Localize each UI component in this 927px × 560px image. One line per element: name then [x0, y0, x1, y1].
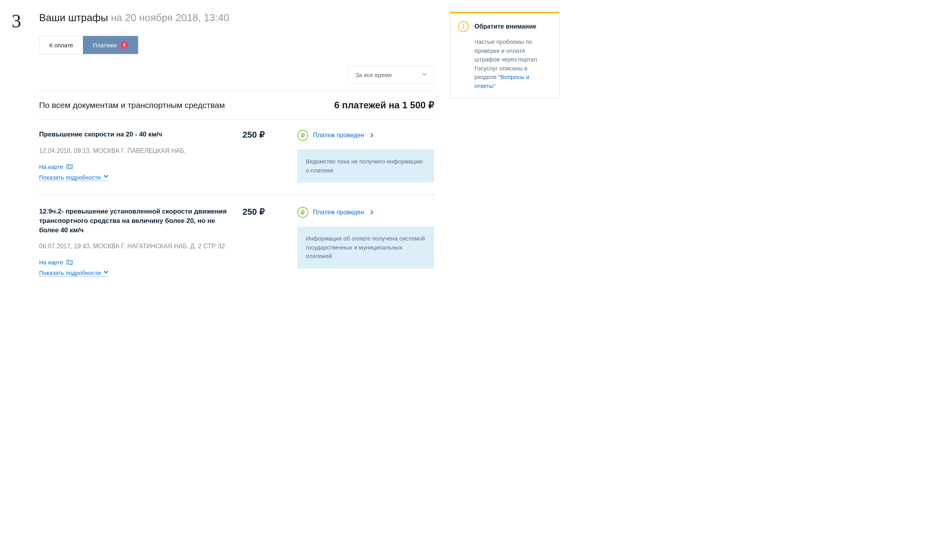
notice-title: Обратите внимание	[474, 23, 536, 30]
details-link[interactable]: Показать подробности	[39, 174, 108, 181]
chevron-down-icon	[104, 271, 108, 275]
tab-label: Платежи	[93, 42, 117, 48]
fine-meta: 06.07.2017, 19:43, МОСКВА Г. НАГАТИНСКАЯ…	[39, 242, 231, 251]
map-link-label: На карте	[39, 259, 63, 266]
fine-item: Превышение скорости на 20 - 40 км/ч 12.0…	[39, 130, 434, 194]
sidebar: ! Обратите внимание Частые проблемы по п…	[450, 12, 559, 288]
ruble-icon: ₽	[297, 207, 308, 218]
tab-label: К оплате	[49, 42, 73, 48]
notice-panel: ! Обратите внимание Частые проблемы по п…	[450, 12, 559, 99]
main-content: Ваши штрафы на 20 ноября 2018, 13:40 К о…	[39, 12, 434, 288]
map-link[interactable]: На карте	[39, 163, 231, 170]
fine-amount: 250 ₽	[243, 130, 286, 140]
tab-to-pay[interactable]: К оплате	[40, 36, 83, 54]
summary-amount: 1 500 ₽	[402, 100, 434, 110]
ruble-icon: ₽	[297, 130, 308, 141]
fine-amount: 250 ₽	[243, 207, 286, 217]
summary-count: 6 платежей на	[334, 100, 399, 110]
status-label: Платеж проведен	[313, 209, 364, 216]
title-text: Ваши штрафы	[39, 12, 108, 23]
map-icon	[66, 260, 73, 265]
chevron-down-icon	[422, 73, 427, 77]
page-title: Ваши штрафы на 20 ноября 2018, 13:40	[39, 12, 434, 24]
fine-title: 12.9ч.2- превышение установленной скорос…	[39, 207, 231, 235]
summary-total: 6 платежей на 1 500 ₽	[334, 100, 434, 111]
tab-badge: 6	[120, 41, 128, 49]
summary-row: По всем документам и транспортным средст…	[39, 91, 434, 120]
fine-item: 12.9ч.2- превышение установленной скорос…	[39, 194, 434, 288]
tabs: К оплате Платежи 6	[39, 36, 138, 54]
map-link-label: На карте	[39, 163, 63, 170]
fine-title: Превышение скорости на 20 - 40 км/ч	[39, 130, 231, 139]
details-link-label: Показать подробности	[39, 269, 101, 276]
details-link[interactable]: Показать подробности	[39, 269, 108, 276]
summary-description: По всем документам и транспортным средст…	[39, 101, 225, 110]
payment-status-link[interactable]: ₽ Платеж проведен	[297, 207, 434, 218]
payment-info-box: Ведомство пока не получило информацию о …	[297, 149, 434, 183]
fine-meta: 12.04.2018, 09:13, МОСКВА Г. ПАВЕЛЕЦКАЯ …	[39, 146, 231, 156]
notice-text: Частые проблемы по проверке и оплате штр…	[458, 38, 551, 90]
title-timestamp: на 20 ноября 2018, 13:40	[111, 12, 229, 23]
chevron-right-icon	[370, 133, 374, 138]
map-icon	[66, 164, 73, 169]
warning-icon: !	[458, 21, 469, 32]
map-link[interactable]: На карте	[39, 259, 231, 266]
step-number: 3	[12, 12, 27, 288]
payment-status-link[interactable]: ₽ Платеж проведен	[297, 130, 434, 141]
details-link-label: Показать подробности	[39, 174, 101, 181]
chevron-down-icon	[104, 175, 108, 179]
payment-info-box: Информация об оплате получена системой г…	[297, 226, 434, 269]
chevron-right-icon	[370, 210, 374, 215]
select-value: За все время	[356, 72, 392, 78]
tab-payments[interactable]: Платежи 6	[83, 36, 138, 54]
period-select[interactable]: За все время	[348, 66, 434, 84]
status-label: Платеж проведен	[313, 132, 364, 139]
